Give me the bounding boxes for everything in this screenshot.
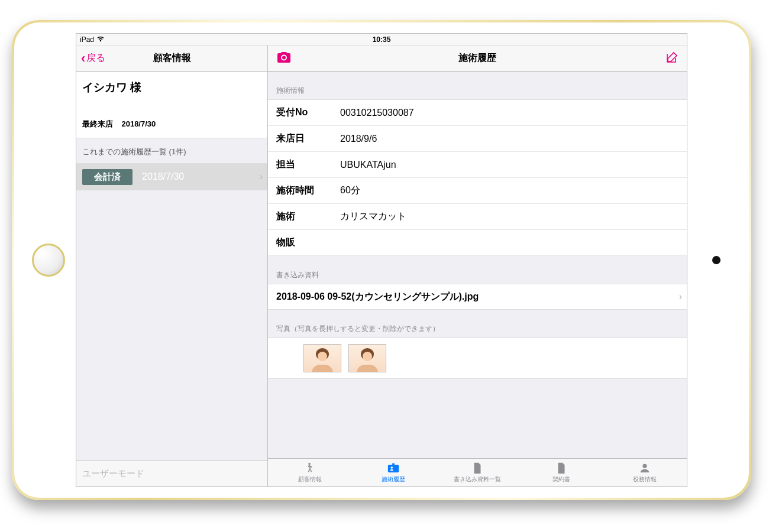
home-button[interactable] [32, 244, 65, 277]
chevron-right-icon: › [679, 291, 682, 302]
ipad-bezel: iPad 10:35 ‹ 戻る 顧客情報 [14, 22, 749, 498]
camera-button[interactable] [276, 51, 292, 66]
right-scroll[interactable]: 施術情報 受付No 00310215030087 来店日 2018/9/6 [268, 72, 687, 458]
status-bar: iPad 10:35 [76, 34, 687, 46]
tab-documents-list[interactable]: 書き込み資料一覧 [435, 459, 519, 486]
left-nav-bar: ‹ 戻る 顧客情報 [76, 46, 267, 72]
section-documents: 書き込み資料 [268, 256, 687, 284]
back-label: 戻る [86, 52, 105, 64]
id-card-icon [387, 462, 400, 475]
split-view: ‹ 戻る 顧客情報 イシカワ 様 最終来店 2018/7/30 こ [76, 46, 687, 486]
left-title: 顧客情報 [153, 52, 191, 64]
last-visit-label: 最終来店 [82, 119, 113, 128]
document-icon [555, 462, 568, 475]
person-walk-icon [303, 462, 316, 475]
compose-icon [665, 51, 678, 64]
customer-name: イシカワ 様 [82, 80, 261, 95]
row-reception-no: 受付No 00310215030087 [268, 100, 687, 126]
photo-thumbnail[interactable] [348, 344, 386, 372]
treatment-info-table: 受付No 00310215030087 来店日 2018/9/6 担当 UBUK… [268, 99, 687, 256]
row-staff: 担当 UBUKATAjun [268, 152, 687, 178]
history-list-header: これまでの施術履歴一覧 (1件) [76, 138, 267, 163]
row-duration: 施術時間 60分 [268, 178, 687, 204]
tab-contract[interactable]: 契約書 [519, 459, 603, 486]
front-camera [712, 256, 720, 264]
chevron-left-icon: ‹ [81, 52, 85, 65]
document-icon [471, 462, 484, 475]
right-pane: 施術履歴 施術情報 受付No 00310215030087 [268, 46, 687, 486]
row-visit-date: 来店日 2018/9/6 [268, 126, 687, 152]
tab-customer-info[interactable]: 顧客情報 [268, 459, 352, 486]
tab-service-info[interactable]: 役務情報 [603, 459, 687, 486]
chevron-right-icon: › [260, 171, 263, 182]
status-device: iPad [80, 35, 94, 44]
customer-card: イシカワ 様 最終来店 2018/7/30 [76, 72, 267, 138]
wifi-icon [96, 35, 105, 44]
left-pane: ‹ 戻る 顧客情報 イシカワ 様 最終来店 2018/7/30 こ [76, 46, 268, 486]
history-row[interactable]: 会計済 2018/7/30 › [76, 163, 267, 190]
last-visit: 最終来店 2018/7/30 [82, 119, 261, 129]
left-footer-mode: ユーザーモード [76, 460, 267, 486]
section-treatment-info: 施術情報 [268, 72, 687, 99]
section-photos: 写真（写真を長押しすると変更・削除ができます） [268, 310, 687, 338]
last-visit-value: 2018/7/30 [121, 119, 156, 128]
status-time: 10:35 [373, 35, 391, 44]
right-title: 施術履歴 [458, 52, 496, 64]
status-badge: 会計済 [82, 169, 133, 185]
row-treatment: 施術 カリスマカット [268, 204, 687, 230]
document-file-name: 2018-09-06 09-52(カウンセリングサンプル).jpg [276, 291, 479, 303]
right-nav-bar: 施術履歴 [268, 46, 687, 72]
back-button[interactable]: ‹ 戻る [81, 52, 105, 65]
person-icon [638, 462, 651, 475]
photo-thumbnail[interactable] [303, 344, 341, 372]
screen: iPad 10:35 ‹ 戻る 顧客情報 [76, 33, 687, 487]
history-row-date: 2018/7/30 [142, 171, 184, 182]
document-file-row[interactable]: 2018-09-06 09-52(カウンセリングサンプル).jpg › [268, 284, 687, 310]
row-goods: 物販 [268, 230, 687, 256]
tab-treatment-history[interactable]: 施術履歴 [352, 459, 436, 486]
tab-bar: 顧客情報 施術履歴 書き込み資料一覧 契約書 [268, 458, 687, 486]
photo-strip [268, 338, 687, 379]
ipad-frame: iPad 10:35 ‹ 戻る 顧客情報 [12, 20, 751, 500]
camera-icon [276, 51, 292, 64]
compose-button[interactable] [665, 51, 678, 66]
